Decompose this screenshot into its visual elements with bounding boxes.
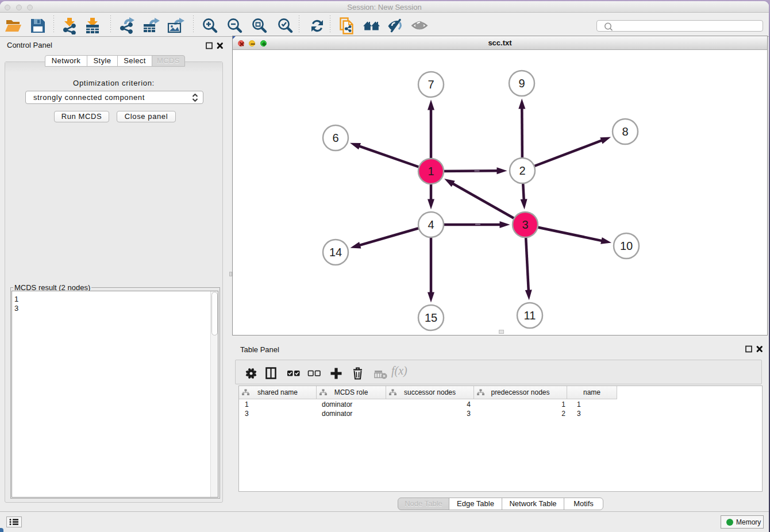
svg-text:11: 11 (524, 309, 536, 322)
svg-text:4: 4 (428, 218, 434, 231)
svg-text:1: 1 (428, 165, 434, 178)
svg-text:3: 3 (522, 218, 528, 231)
svg-text:14: 14 (329, 246, 342, 259)
svg-text:9: 9 (518, 77, 525, 90)
svg-text:7: 7 (428, 78, 434, 91)
svg-text:10: 10 (620, 240, 633, 252)
svg-text:15: 15 (425, 311, 437, 324)
svg-text:6: 6 (332, 132, 338, 144)
svg-text:2: 2 (519, 164, 525, 177)
svg-text:8: 8 (622, 125, 628, 138)
